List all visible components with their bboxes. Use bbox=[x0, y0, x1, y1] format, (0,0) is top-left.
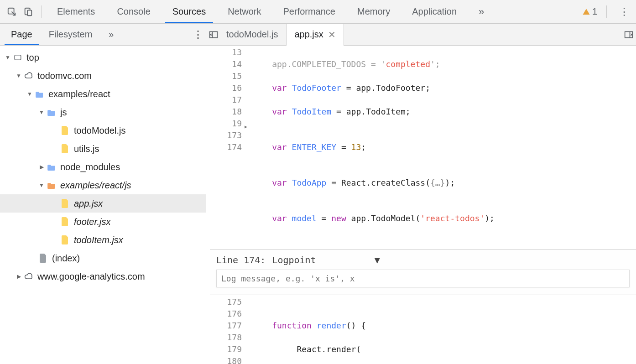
topbar-right: 1 ⋮ bbox=[582, 4, 632, 20]
tree-top[interactable]: ▼ top bbox=[0, 48, 206, 67]
folder-icon bbox=[35, 89, 45, 99]
svg-rect-3 bbox=[15, 55, 21, 60]
js-file-icon bbox=[60, 125, 70, 135]
show-debugger-icon[interactable] bbox=[624, 31, 633, 39]
editor-tabs: todoModel.js app.jsx ✕ bbox=[206, 24, 636, 46]
file-tree: ▼ top ▼ todomvc.com ▼ examples/ bbox=[0, 46, 206, 288]
svg-rect-2 bbox=[27, 10, 31, 16]
sidebar-tab-page[interactable]: Page bbox=[3, 24, 41, 45]
tab-performance[interactable]: Performance bbox=[272, 0, 347, 23]
warning-count: 1 bbox=[592, 6, 597, 17]
chevron-right-icon: ▶ bbox=[16, 273, 22, 280]
separator bbox=[41, 5, 42, 18]
tree-file-footer-jsx[interactable]: footer.jsx bbox=[0, 213, 206, 231]
logpoint-editor: Line 174: Logpoint ▼ bbox=[210, 249, 636, 295]
tree-folder-examples-react[interactable]: ▼ examples/react bbox=[0, 85, 206, 103]
chevron-down-icon: ▼ bbox=[5, 54, 11, 61]
tree-domain[interactable]: ▼ todomvc.com bbox=[0, 67, 206, 85]
main-split: Page Filesystem » ⋮ ▼ top ▼ todomvc.com bbox=[0, 24, 636, 364]
gutter[interactable]: 175 176 177 178 179 180 181 182 183 184 … bbox=[206, 295, 247, 364]
tree-folder-js[interactable]: ▼ js bbox=[0, 103, 206, 121]
sidebar-tab-filesystem[interactable]: Filesystem bbox=[41, 24, 101, 45]
gutter[interactable]: 13 14 15 16 17 18 19▶ 173 174 bbox=[206, 46, 247, 249]
cloud-icon bbox=[24, 271, 34, 281]
tree-file-index[interactable]: (index) bbox=[0, 249, 206, 267]
tree-file-app-jsx[interactable]: app.jsx bbox=[0, 194, 206, 213]
close-icon[interactable]: ✕ bbox=[328, 29, 336, 40]
frame-icon bbox=[13, 52, 23, 62]
tab-elements[interactable]: Elements bbox=[46, 0, 106, 23]
editor-pane: todoModel.js app.jsx ✕ 13 14 15 16 17 18 bbox=[206, 24, 636, 364]
chevron-down-icon: ▼ bbox=[375, 254, 380, 266]
logpoint-line-label: Line 174: bbox=[216, 254, 266, 266]
sources-sidebar: Page Filesystem » ⋮ ▼ top ▼ todomvc.com bbox=[0, 24, 206, 364]
logpoint-message-input[interactable] bbox=[216, 270, 630, 287]
tabs-overflow-icon[interactable]: » bbox=[468, 0, 495, 23]
sidebar-tabs: Page Filesystem » ⋮ bbox=[0, 24, 206, 46]
js-file-icon bbox=[60, 235, 70, 245]
tab-sources[interactable]: Sources bbox=[162, 0, 217, 23]
editor-tab-todomodel[interactable]: todoModel.js bbox=[218, 24, 286, 45]
panel-tabs: Elements Console Sources Network Perform… bbox=[46, 0, 582, 23]
tree-folder-node-modules[interactable]: ▶ node_modules bbox=[0, 158, 206, 176]
inspect-element-icon[interactable] bbox=[4, 4, 20, 20]
js-file-icon bbox=[60, 217, 70, 227]
folder-icon bbox=[47, 107, 57, 117]
js-file-icon bbox=[60, 144, 70, 154]
tree-folder-sourcemapped[interactable]: ▼ examples/react/js bbox=[0, 176, 206, 194]
editor-tab-app-jsx[interactable]: app.jsx ✕ bbox=[286, 24, 344, 46]
tree-file-todoitem-jsx[interactable]: todoItem.jsx bbox=[0, 231, 206, 249]
tab-memory[interactable]: Memory bbox=[346, 0, 401, 23]
separator bbox=[606, 5, 607, 18]
kebab-menu-icon[interactable]: ⋮ bbox=[616, 4, 632, 20]
chevron-down-icon: ▼ bbox=[38, 182, 45, 188]
code-editor[interactable]: 13 14 15 16 17 18 19▶ 173 174 app.COMPLE… bbox=[206, 46, 636, 364]
chevron-down-icon: ▼ bbox=[26, 91, 33, 97]
logpoint-type-dropdown[interactable]: Logpoint ▼ bbox=[272, 254, 380, 266]
fold-marker-icon[interactable]: ▶ bbox=[245, 121, 247, 133]
code-source[interactable]: app.COMPLETED_TODOS = 'completed'; var T… bbox=[247, 46, 636, 249]
code-source[interactable]: function render() { React.render( <TodoA… bbox=[247, 295, 636, 364]
warning-badge[interactable]: 1 bbox=[582, 6, 597, 17]
chevron-right-icon: ▶ bbox=[38, 164, 45, 170]
tab-console[interactable]: Console bbox=[106, 0, 161, 23]
sidebar-tabs-overflow-icon[interactable]: » bbox=[100, 24, 122, 45]
tree-file-todomodel[interactable]: todoModel.js bbox=[0, 121, 206, 140]
tab-network[interactable]: Network bbox=[217, 0, 272, 23]
show-navigator-icon[interactable] bbox=[209, 31, 218, 39]
js-file-icon bbox=[60, 198, 70, 208]
tab-application[interactable]: Application bbox=[401, 0, 468, 23]
chevron-down-icon: ▼ bbox=[16, 73, 22, 79]
tree-domain-ga[interactable]: ▶ www.google-analytics.com bbox=[0, 267, 206, 286]
chevron-down-icon: ▼ bbox=[38, 109, 45, 115]
tree-file-utils[interactable]: utils.js bbox=[0, 140, 206, 158]
folder-icon bbox=[47, 162, 57, 172]
cloud-icon bbox=[24, 71, 34, 81]
sidebar-kebab-icon[interactable]: ⋮ bbox=[193, 29, 203, 41]
devtools-topbar: Elements Console Sources Network Perform… bbox=[0, 0, 636, 24]
document-icon bbox=[38, 253, 48, 263]
folder-sourcemap-icon bbox=[47, 180, 57, 190]
device-toolbar-icon[interactable] bbox=[20, 4, 36, 20]
